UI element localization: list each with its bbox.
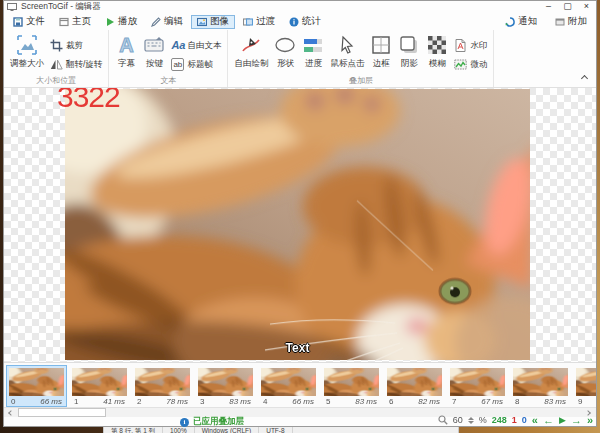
stepper-down-icon[interactable] xyxy=(468,421,474,424)
border-button[interactable]: 边框 xyxy=(368,33,394,71)
frame-thumbnail-8[interactable]: 883 ms xyxy=(510,365,571,407)
app-icon xyxy=(7,3,17,11)
frame-thumbnail-0[interactable]: 066 ms xyxy=(6,365,67,407)
frame-thumbnail-4[interactable]: 466 ms xyxy=(258,365,319,407)
keyboard-icon xyxy=(143,34,165,56)
notifications-button[interactable]: 通知 xyxy=(499,15,543,29)
current-frame-image[interactable]: 3322 Text xyxy=(65,89,530,360)
previous-frame-button[interactable]: ← xyxy=(543,416,554,425)
frame-duration: 83 ms xyxy=(544,397,566,406)
progress-button[interactable]: 进度 xyxy=(300,33,326,71)
frame-thumbnail-3[interactable]: 383 ms xyxy=(195,365,256,407)
play-button[interactable]: ▶ xyxy=(559,416,566,425)
notifications-icon xyxy=(505,17,515,27)
frame-thumbnail-9[interactable]: 9 xyxy=(573,365,596,407)
frame-thumbnail-2[interactable]: 278 ms xyxy=(132,365,193,407)
group-label-text: 文本 xyxy=(109,75,227,86)
title-frame-label: 标题帧 xyxy=(187,59,213,71)
shapes-label: 形状 xyxy=(277,58,294,70)
close-button[interactable]: × xyxy=(577,1,596,13)
tab-image[interactable]: 图像 xyxy=(191,15,235,29)
frame-index: 4 xyxy=(263,397,267,406)
obfuscate-button[interactable]: 模糊 xyxy=(424,33,450,71)
tab-label: 主页 xyxy=(72,15,91,28)
status-info-icon: i xyxy=(180,418,189,427)
tab-file[interactable]: 文件 xyxy=(7,15,51,29)
shadow-button[interactable]: 阴影 xyxy=(396,33,422,71)
free-drawing-button[interactable]: 自由绘制 xyxy=(232,33,270,71)
zoom-value[interactable]: 60 xyxy=(453,415,463,425)
keystrokes-button[interactable]: 按键 xyxy=(141,33,167,71)
tab-transitions[interactable]: 过渡 xyxy=(237,15,281,29)
crop-button[interactable]: 裁剪 xyxy=(50,39,102,52)
first-frame-button[interactable]: « xyxy=(532,416,538,425)
frame-thumbnail-5[interactable]: 583 ms xyxy=(321,365,382,407)
frame-thumbnail-1[interactable]: 141 ms xyxy=(69,365,130,407)
last-frame-button[interactable]: » xyxy=(587,416,593,425)
frame-thumbnail-6[interactable]: 682 ms xyxy=(384,365,445,407)
obfuscate-checkerboard-icon xyxy=(426,34,448,56)
background-notepad-statusbar: 第 8 行, 第 1 列 100% Windows (CRLF) UTF-8 xyxy=(103,426,459,433)
scroll-left-button[interactable] xyxy=(4,408,17,417)
status-message: 已应用叠加层 xyxy=(193,416,244,428)
caption-overlay: Text xyxy=(65,341,530,355)
mouse-clicks-button[interactable]: 鼠标点击 xyxy=(328,33,366,71)
window-title: ScreenToGif - 编辑器 xyxy=(21,1,101,13)
tab-label: 播放 xyxy=(118,15,137,28)
frame-duration: 78 ms xyxy=(166,397,188,406)
next-frame-button[interactable]: → xyxy=(571,416,582,425)
cinemagraph-label: 微动 xyxy=(470,59,487,71)
tab-home[interactable]: 主页 xyxy=(53,15,97,29)
shapes-button[interactable]: 形状 xyxy=(272,33,298,71)
thumbnail-image xyxy=(450,368,505,396)
cinemagraph-icon xyxy=(454,58,467,71)
maximize-button[interactable]: ▢ xyxy=(558,1,577,13)
thumbnail-image xyxy=(324,368,379,396)
frame-index: 2 xyxy=(137,397,141,406)
ribbon-group-text: A 字幕 按键 Aa 自由文本 xyxy=(109,30,228,87)
thumbnail-image xyxy=(198,368,253,396)
frame-index: 1 xyxy=(74,397,78,406)
zoom-magnifier-icon xyxy=(438,415,448,425)
editor-canvas[interactable]: 3322 Text xyxy=(4,88,596,362)
tab-statistics[interactable]: 统计 xyxy=(283,15,327,29)
flip-rotate-button[interactable]: 翻转/旋转 xyxy=(50,58,102,71)
statusbar: i 已应用叠加层 60 % 248 1 0 « ← ▶ → » xyxy=(4,417,596,426)
frame-index: 5 xyxy=(326,397,330,406)
tab-edit[interactable]: 编辑 xyxy=(145,15,189,29)
free-text-button[interactable]: Aa 自由文本 xyxy=(171,39,221,52)
thumbnail-image xyxy=(387,368,442,396)
resize-button[interactable]: 调整大小 xyxy=(8,33,46,71)
shadow-icon xyxy=(398,34,420,56)
caption-button[interactable]: A 字幕 xyxy=(113,33,139,71)
group-label-size-position: 大小和位置 xyxy=(4,75,108,86)
watermark-button[interactable]: 水印 xyxy=(454,39,487,52)
transition-icon xyxy=(243,17,253,27)
thumbnail-image xyxy=(72,368,127,396)
cinemagraph-button[interactable]: 微动 xyxy=(454,58,487,71)
frame-duration: 66 ms xyxy=(40,397,62,406)
title-frame-button[interactable]: ab 标题帧 xyxy=(171,58,221,71)
zoom-stepper[interactable] xyxy=(468,417,474,424)
group-label-overlay: 叠加层 xyxy=(228,75,493,86)
scrollbar-thumb[interactable] xyxy=(18,408,106,417)
caption-label: 字幕 xyxy=(118,58,135,70)
attach-button[interactable]: 附加 xyxy=(549,15,593,29)
notifications-label: 通知 xyxy=(518,15,537,28)
obfuscate-label: 模糊 xyxy=(429,58,446,70)
minimize-button[interactable]: – xyxy=(539,1,558,13)
ribbon-empty-area xyxy=(494,30,596,87)
progress-label: 进度 xyxy=(305,58,322,70)
collapse-ribbon-chevron-icon[interactable] xyxy=(581,74,588,81)
cursor-icon xyxy=(336,34,358,56)
tab-playback[interactable]: 播放 xyxy=(99,15,143,29)
frame-duration: 67 ms xyxy=(481,397,503,406)
stepper-up-icon[interactable] xyxy=(468,417,474,420)
percent-sign[interactable]: % xyxy=(479,415,487,425)
free-text-label: 自由文本 xyxy=(187,40,221,52)
frame-thumbnail-7[interactable]: 767 ms xyxy=(447,365,508,407)
crop-icon xyxy=(50,39,63,52)
titlebar[interactable]: ScreenToGif - 编辑器 – ▢ × xyxy=(4,1,596,13)
frame-count-total: 248 xyxy=(492,415,507,425)
flip-rotate-icon xyxy=(50,58,63,71)
